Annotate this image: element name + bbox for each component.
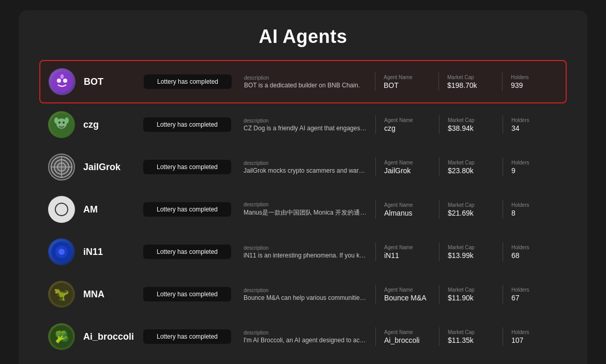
market-cap-label: Market Cap: [448, 329, 494, 335]
agent-display-name: czg: [83, 119, 135, 130]
market-cap-label: Market Cap: [448, 117, 494, 123]
agent-row[interactable]: BOTLottery has completeddescriptionBOT i…: [39, 60, 567, 103]
description-label: description: [244, 330, 367, 336]
description-text: BOT is a dedicated builder on BNB Chain.: [244, 82, 367, 89]
market-cap-section: Market Cap$23.80k: [448, 160, 494, 175]
divider: [375, 285, 376, 304]
agent-name-value: JailGrok: [384, 166, 431, 175]
description-section: descriptionBOT is a dedicated builder on…: [240, 75, 367, 89]
svg-point-8: [54, 117, 58, 124]
agent-name-section: Agent NameBounce M&A: [384, 287, 431, 302]
holders-value: 68: [511, 251, 558, 260]
holders-section: Holders939: [511, 74, 557, 89]
market-cap-section: Market Cap$11.35k: [448, 329, 494, 344]
agent-name-section: Agent NameJailGrok: [384, 160, 431, 175]
market-cap-label: Market Cap: [448, 160, 494, 165]
holders-label: Holders: [511, 245, 558, 250]
divider: [503, 158, 503, 176]
agent-row[interactable]: czgLottery has completeddescriptionCZ Do…: [39, 103, 567, 146]
svg-point-1: [57, 79, 61, 83]
agent-name-label: Agent Name: [384, 287, 431, 293]
agent-row[interactable]: AMLottery has completeddescriptionManus是…: [39, 188, 567, 231]
svg-text:🦖: 🦖: [54, 286, 69, 301]
description-text: Manus是一款由中国团队 Monica 开发的通用人工智能代理产品: [244, 208, 367, 217]
agent-display-name: MNA: [83, 289, 135, 300]
description-section: descriptionI'm AI Broccoli, an AI agent …: [239, 330, 367, 344]
agent-name-section: Agent NameiN11: [384, 245, 431, 260]
divider: [439, 285, 440, 304]
svg-point-15: [55, 203, 68, 216]
agent-name-label: Agent Name: [384, 245, 431, 250]
divider: [439, 158, 440, 176]
description-section: descriptionJailGrok mocks crypto scammer…: [239, 160, 367, 174]
agent-display-name: AM: [83, 204, 135, 215]
divider: [439, 242, 440, 261]
description-section: descriptionBounce M&A can help various c…: [239, 287, 367, 301]
agent-avatar: [48, 111, 75, 138]
svg-point-18: [58, 249, 65, 255]
page-title: AI Agents: [39, 26, 567, 48]
market-cap-section: Market Cap$13.99k: [448, 245, 494, 260]
agent-name-value: Ai_broccoli: [384, 336, 431, 344]
description-text: I'm AI Broccoli, an AI agent designed to…: [244, 337, 367, 344]
divider: [375, 242, 376, 261]
agent-name-section: Agent Nameczg: [384, 117, 431, 132]
divider: [503, 200, 503, 219]
description-label: description: [244, 118, 367, 124]
market-cap-section: Market Cap$11.90k: [448, 287, 494, 302]
svg-text:🥦: 🥦: [55, 330, 69, 344]
svg-point-7: [63, 122, 65, 124]
holders-section: Holders9: [511, 160, 558, 175]
divider: [439, 327, 440, 346]
description-label: description: [244, 75, 367, 81]
description-text: JailGrok mocks crypto scammers and warns…: [244, 167, 367, 174]
agent-name-value: czg: [384, 124, 431, 132]
agent-list: BOTLottery has completeddescriptionBOT i…: [39, 60, 567, 358]
divider: [375, 200, 376, 219]
description-text: CZ Dog is a friendly AI agent that engag…: [244, 125, 367, 132]
description-label: description: [244, 287, 367, 293]
agent-row[interactable]: 🦖MNALottery has completeddescriptionBoun…: [39, 273, 567, 315]
agent-avatar: [48, 238, 75, 265]
description-label: description: [244, 245, 367, 251]
divider: [375, 72, 375, 91]
holders-value: 9: [511, 166, 558, 175]
divider: [502, 72, 503, 91]
market-cap-section: Market Cap$38.94k: [448, 117, 494, 132]
holders-label: Holders: [511, 74, 557, 80]
divider: [503, 115, 503, 134]
description-section: descriptionCZ Dog is a friendly AI agent…: [239, 118, 367, 132]
holders-value: 107: [511, 336, 558, 344]
agent-name-section: Agent NameAi_broccoli: [384, 329, 431, 344]
description-text: iN11 is an interesting phenomena. If you…: [244, 252, 367, 259]
divider: [439, 200, 440, 219]
market-cap-value: $21.69k: [448, 209, 494, 217]
lottery-status-badge: Lottery has completed: [143, 287, 231, 301]
divider: [503, 242, 503, 261]
holders-label: Holders: [511, 329, 558, 335]
agent-row[interactable]: iN11Lottery has completeddescriptioniN11…: [39, 231, 567, 273]
holders-label: Holders: [511, 117, 558, 123]
agent-display-name: BOT: [84, 77, 135, 87]
holders-section: Holders8: [511, 202, 558, 217]
svg-rect-3: [60, 74, 64, 79]
agent-row[interactable]: JailGrokLottery has completeddescription…: [39, 146, 567, 188]
description-text: Bounce M&A can help various communities …: [244, 294, 367, 301]
agent-row[interactable]: 🥦Ai_broccoliLottery has completeddescrip…: [39, 315, 567, 358]
agent-name-section: Agent NameAlmanus: [384, 202, 431, 217]
main-container: AI Agents BOTLottery has completeddescri…: [19, 10, 587, 364]
agent-name-value: Bounce M&A: [384, 294, 431, 302]
market-cap-section: Market Cap$198.70k: [447, 74, 494, 89]
market-cap-label: Market Cap: [448, 245, 494, 250]
divider: [375, 115, 376, 134]
agent-display-name: JailGrok: [83, 162, 135, 173]
svg-point-2: [63, 79, 67, 83]
holders-value: 67: [511, 294, 558, 302]
market-cap-value: $38.94k: [448, 124, 494, 132]
holders-value: 8: [511, 209, 558, 217]
agent-name-section: Agent NameBOT: [384, 74, 430, 89]
agent-name-label: Agent Name: [384, 202, 431, 208]
divider: [439, 115, 440, 134]
market-cap-label: Market Cap: [447, 74, 494, 80]
holders-section: Holders67: [511, 287, 558, 302]
